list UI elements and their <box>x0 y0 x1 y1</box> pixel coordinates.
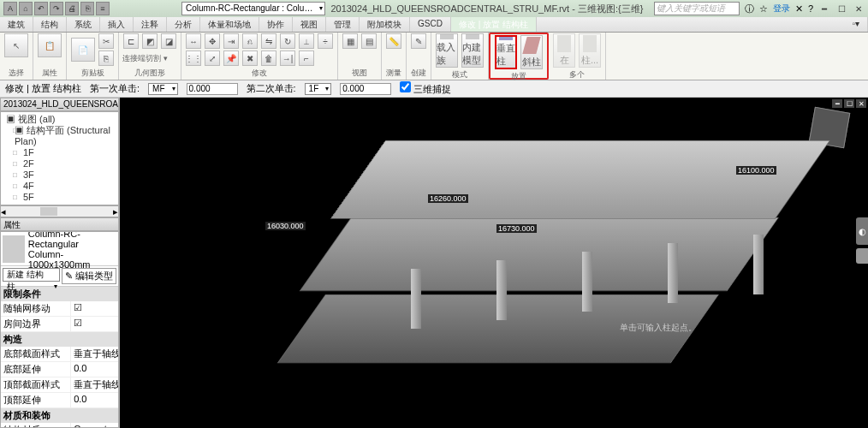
project-browser-title[interactable]: 2013024_HLD_QUEENSROADCE… <box>0 98 119 111</box>
properties-panel-title[interactable]: 属性 <box>0 217 119 231</box>
nav-bar-toggle[interactable]: ◐ <box>856 217 868 245</box>
props-row[interactable]: 结构材质Concrete - … <box>1 423 118 428</box>
height-level-dropdown[interactable]: 1F <box>305 83 332 95</box>
model-inplace-button[interactable]: 内建模型 <box>461 33 484 68</box>
drawing-viewport[interactable]: ━ ☐ ✕ ◐ 16030.000 16260.000 16730.000 16… <box>120 98 868 428</box>
rotate-button[interactable]: ↻ <box>280 33 295 49</box>
type-selector-dropdown[interactable]: Column-RC-Rectangular : Colu… <box>181 2 325 15</box>
props-row[interactable]: 底部延伸0.0 <box>1 362 118 377</box>
props-value[interactable]: Concrete - … <box>71 423 118 428</box>
project-browser-tree[interactable]: ▣ 视图 (all) ▣ 结构平面 (Structural Plan) 1F 2… <box>0 111 119 205</box>
tab-gscd[interactable]: GSCD <box>410 17 451 32</box>
tab-annotate[interactable]: 注释 <box>134 17 167 32</box>
move-button[interactable]: ✥ <box>205 33 220 49</box>
height-value-input[interactable] <box>340 83 391 95</box>
props-group-header[interactable]: 限制条件 <box>1 287 118 301</box>
tree-item[interactable]: 1F <box>3 147 116 158</box>
at-columns-button[interactable]: 柱... <box>579 33 601 68</box>
measure-button[interactable]: 📏 <box>386 33 401 49</box>
props-row[interactable]: 顶部延伸0.0 <box>1 393 118 408</box>
exchange-icon[interactable]: ✕ <box>795 3 803 15</box>
tree-item[interactable]: 5F <box>3 192 116 203</box>
view-close-icon[interactable]: ✕ <box>856 99 866 108</box>
tab-manage[interactable]: 管理 <box>326 17 360 32</box>
paste-button[interactable]: 📄 <box>71 38 95 62</box>
qat-undo[interactable]: ↶ <box>34 2 48 15</box>
browser-hscroll[interactable]: ◂▸ <box>0 205 119 217</box>
minimize-button[interactable]: ━ <box>818 3 830 15</box>
info-icon[interactable]: ⓘ <box>745 3 754 15</box>
close-button[interactable]: ✕ <box>853 3 865 15</box>
props-row[interactable]: 底部截面样式垂直于轴线 <box>1 347 118 362</box>
snap3d-checkbox[interactable]: 三维捕捉 <box>400 81 451 96</box>
tab-massing[interactable]: 体量和场地 <box>200 17 259 32</box>
scale-button[interactable]: ⤢ <box>205 51 220 66</box>
vertical-column-button[interactable]: 垂直柱 <box>495 35 517 69</box>
qat-redo[interactable]: ↷ <box>50 2 63 15</box>
tab-systems[interactable]: 系统 <box>67 17 100 32</box>
edit-type-button[interactable]: ✎ 编辑类型 <box>62 268 116 284</box>
offset-button[interactable]: ⇥ <box>223 33 239 49</box>
delete-button[interactable]: 🗑 <box>261 51 276 66</box>
signin-link[interactable]: 登录 <box>773 3 790 15</box>
mirror-button[interactable]: ⇋ <box>261 33 276 49</box>
corner-button[interactable]: ⌐ <box>299 51 314 66</box>
props-value[interactable]: 垂直于轴线 <box>71 347 118 361</box>
align-button[interactable]: ↔ <box>186 33 201 49</box>
props-row[interactable]: 随轴网移动☑ <box>1 301 118 317</box>
copy-button[interactable]: ⎘ <box>98 51 114 66</box>
view-maximize-icon[interactable]: ☐ <box>844 99 854 108</box>
tab-addins[interactable]: 附加模块 <box>360 17 410 32</box>
create-button[interactable]: ✎ <box>411 33 426 49</box>
ribbon-minimize-icon[interactable]: ▫▾ <box>844 17 868 32</box>
app-menu-button[interactable]: A <box>3 2 17 15</box>
properties-button[interactable]: 📋 <box>38 33 62 57</box>
at-grid-button[interactable]: 在 <box>553 33 575 68</box>
slanted-column-button[interactable]: 斜柱 <box>520 35 543 69</box>
join-button[interactable]: ◪ <box>161 33 176 49</box>
help-search-input[interactable]: 键入关键字或短语 <box>654 2 740 15</box>
tab-architecture[interactable]: 建筑 <box>0 17 33 32</box>
tab-insert[interactable]: 插入 <box>100 17 134 32</box>
pin-button[interactable]: 📌 <box>223 51 239 66</box>
load-family-button[interactable]: 载入族 <box>436 33 458 68</box>
view-btn2[interactable]: ▤ <box>361 33 377 49</box>
qat-more[interactable]: ≡ <box>96 2 110 15</box>
tree-root-views[interactable]: ▣ 视图 (all) <box>3 114 116 125</box>
tree-item[interactable]: 4F <box>3 181 116 192</box>
tree-item[interactable]: 2F <box>3 158 116 169</box>
view-minimize-icon[interactable]: ━ <box>832 99 842 108</box>
tab-analyze[interactable]: 分析 <box>167 17 200 32</box>
props-row[interactable]: 顶部截面样式垂直于轴线 <box>1 377 118 393</box>
props-value[interactable]: 垂直于轴线 <box>71 377 118 392</box>
modify-tool-icon[interactable]: ↖ <box>4 33 28 57</box>
help-icon[interactable]: ? <box>808 3 813 14</box>
tab-collaborate[interactable]: 协作 <box>259 17 293 32</box>
tree-group-structural-plan[interactable]: ▣ 结构平面 (Structural Plan) <box>3 125 116 147</box>
tab-modify-place-column[interactable]: 修改 | 放置 结构柱 <box>451 17 537 32</box>
props-value[interactable]: ☑ <box>71 317 118 331</box>
props-value[interactable]: 0.0 <box>71 362 118 377</box>
cut-button[interactable]: ✂ <box>98 33 114 49</box>
qat-home[interactable]: ⌂ <box>19 2 33 15</box>
tab-structure[interactable]: 结构 <box>33 17 67 32</box>
copy-mod-button[interactable]: ⎌ <box>242 33 258 49</box>
qat-save[interactable]: ⎘ <box>80 2 94 15</box>
steering-wheel-icon[interactable] <box>856 248 868 264</box>
props-value[interactable]: ☑ <box>71 301 118 316</box>
props-row[interactable]: 房间边界☑ <box>1 317 118 332</box>
props-group-header[interactable]: 构造 <box>1 332 118 347</box>
props-group-header[interactable]: 材质和装饰 <box>1 408 118 423</box>
cope-button[interactable]: ⊏ <box>123 33 139 49</box>
trim-button[interactable]: ⟂ <box>299 33 314 49</box>
array-button[interactable]: ⋮⋮ <box>186 51 201 66</box>
tree-item[interactable]: 3F <box>3 169 116 181</box>
cut-geom-button[interactable]: ◩ <box>142 33 158 49</box>
qat-print[interactable]: 🖨 <box>65 2 79 15</box>
unpin-button[interactable]: ✖ <box>242 51 258 66</box>
tab-view[interactable]: 视图 <box>293 17 326 32</box>
category-filter-dropdown[interactable]: 新建 结构柱 <box>3 268 60 282</box>
extend-button[interactable]: →| <box>280 51 295 66</box>
depth-level-dropdown[interactable]: MF <box>148 83 177 95</box>
star-icon[interactable]: ☆ <box>759 3 768 15</box>
